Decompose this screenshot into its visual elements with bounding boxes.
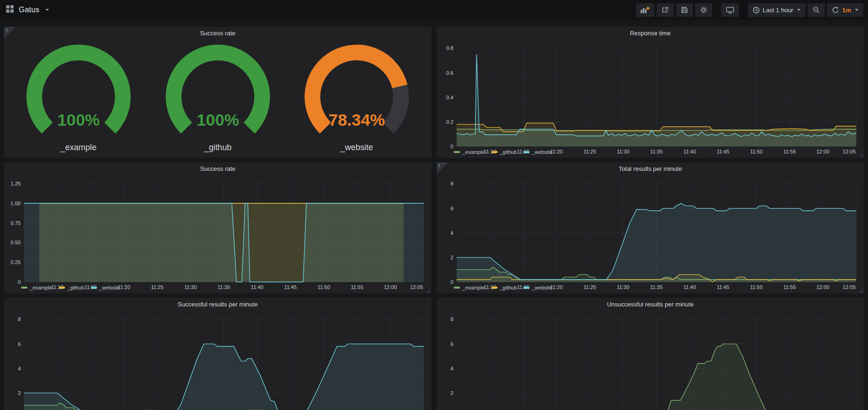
legend-item-website[interactable]: _website xyxy=(523,149,552,155)
panel-title[interactable]: Unsuccessful results per minute xyxy=(437,299,864,310)
legend-label: _website xyxy=(99,285,120,290)
total-results-chart[interactable]: 0246811:1011:1511:2011:2511:3011:3511:40… xyxy=(437,174,864,293)
legend-label: _example xyxy=(462,285,485,290)
svg-text:0.25: 0.25 xyxy=(11,259,21,265)
refresh-interval-label: 1m xyxy=(842,7,851,14)
legend-item-website[interactable]: _website xyxy=(91,285,120,290)
svg-text:6: 6 xyxy=(450,206,453,211)
svg-text:8: 8 xyxy=(450,181,453,186)
svg-text:0.75: 0.75 xyxy=(11,220,21,226)
svg-text:6: 6 xyxy=(450,341,453,347)
legend-label: _website xyxy=(532,149,552,155)
gauge-value: 100% xyxy=(57,111,100,129)
refresh-caret-icon xyxy=(855,9,859,11)
chart-plot-area[interactable]: 00.250.500.751.001.2511:1011:1511:2011:2… xyxy=(7,175,428,283)
share-button[interactable] xyxy=(657,3,674,17)
svg-text:0.50: 0.50 xyxy=(11,240,21,245)
legend-label: _example xyxy=(30,285,52,290)
gauge-website[interactable]: 78.34%_website xyxy=(287,40,426,155)
time-range-picker[interactable]: Last 1 hour xyxy=(748,3,805,17)
gauge-github[interactable]: 100%_github xyxy=(148,40,288,155)
legend-swatch xyxy=(21,287,27,289)
panel-resize-handle[interactable] xyxy=(860,153,863,157)
legend-swatch xyxy=(491,151,498,153)
panel-success-rate-graph: Success rate 00.250.500.751.001.2511:101… xyxy=(4,162,432,294)
chart-plot-area[interactable]: 0246811:1011:1511:2011:2511:3011:3511:40… xyxy=(440,175,861,283)
legend-label: _github xyxy=(500,285,517,290)
legend-label: _example xyxy=(462,149,485,155)
legend-item-website[interactable]: _website xyxy=(523,285,552,290)
share-icon xyxy=(661,6,669,14)
success-rate-chart[interactable]: 00.250.500.751.001.2511:1011:1511:2011:2… xyxy=(4,174,431,293)
panel-title[interactable]: Success rate xyxy=(4,28,431,39)
legend-item-github[interactable]: _github xyxy=(59,285,84,290)
gauge-example[interactable]: 100%_example xyxy=(9,40,148,155)
chart-legend: _example_github_website xyxy=(7,283,428,292)
svg-text:4: 4 xyxy=(18,366,21,371)
panel-successful-results: Successful results per minute 0246811:10… xyxy=(4,297,432,410)
panel-title[interactable]: Success rate xyxy=(4,164,431,174)
svg-text:0.4: 0.4 xyxy=(446,95,453,100)
zoom-out-button[interactable] xyxy=(808,3,825,17)
save-button[interactable] xyxy=(676,3,693,17)
panel-info-icon[interactable]: i xyxy=(437,162,448,174)
legend-item-example[interactable]: _example xyxy=(21,285,52,290)
panel-title[interactable]: Response time xyxy=(437,28,864,39)
svg-text:4: 4 xyxy=(450,230,453,236)
chart-legend: _example_github_website xyxy=(440,148,861,156)
legend-swatch xyxy=(454,151,460,153)
chart-plot-area[interactable]: 00.20.40.60.811:1011:1511:2011:2511:3011… xyxy=(440,40,861,148)
legend-item-example[interactable]: _example xyxy=(454,149,485,155)
panel-resize-handle[interactable] xyxy=(860,289,863,292)
panel-title[interactable]: Successful results per minute xyxy=(4,299,431,310)
svg-text:8: 8 xyxy=(450,316,453,322)
unsuccessful-results-chart[interactable]: 0246811:1011:1511:2011:2511:3011:3511:40… xyxy=(437,310,864,410)
top-navbar: Gatus xyxy=(0,0,868,20)
svg-text:1.25: 1.25 xyxy=(11,181,21,186)
response-time-chart[interactable]: 00.20.40.60.811:1011:1511:2011:2511:3011… xyxy=(437,39,864,158)
panel-resize-handle[interactable] xyxy=(427,289,430,292)
gauge-value: 78.34% xyxy=(329,111,385,129)
gauge-group: 100%_example100%_github78.34%_website xyxy=(4,39,431,158)
svg-text:8: 8 xyxy=(18,316,21,322)
panel-title[interactable]: Total results per minute xyxy=(437,164,864,174)
svg-text:6: 6 xyxy=(18,341,21,347)
gear-icon xyxy=(700,6,707,14)
panel-info-icon[interactable]: i xyxy=(4,27,16,38)
dashboard-title[interactable]: Gatus xyxy=(19,6,40,14)
svg-text:0.6: 0.6 xyxy=(446,70,453,76)
gauge-label: _website xyxy=(340,143,373,153)
legend-label: _github xyxy=(500,149,517,155)
dashboard-grid: i Success rate 100%_example100%_github78… xyxy=(0,20,868,410)
legend-item-github[interactable]: _github xyxy=(491,149,517,155)
svg-text:2: 2 xyxy=(450,390,453,396)
gauge-label: _github xyxy=(204,143,232,153)
legend-item-example[interactable]: _example xyxy=(454,285,485,290)
settings-button[interactable] xyxy=(695,3,712,17)
svg-text:0.2: 0.2 xyxy=(446,119,453,125)
svg-text:1.00: 1.00 xyxy=(11,201,21,206)
successful-results-chart[interactable]: 0246811:1011:1511:2011:2511:3011:3511:40… xyxy=(4,310,431,410)
gauge-value: 100% xyxy=(196,111,239,129)
legend-item-github[interactable]: _github xyxy=(491,285,517,290)
add-panel-button[interactable] xyxy=(636,3,654,17)
legend-label: _github xyxy=(67,285,84,290)
panel-response-time: Response time 00.20.40.60.811:1011:1511:… xyxy=(436,26,864,158)
svg-text:2: 2 xyxy=(18,390,21,396)
clock-icon xyxy=(753,7,760,14)
legend-swatch xyxy=(491,287,498,289)
chart-plot-area[interactable]: 0246811:1011:1511:2011:2511:3011:3511:40… xyxy=(440,311,861,410)
tv-mode-button[interactable] xyxy=(721,3,739,17)
refresh-button[interactable]: 1m xyxy=(827,3,863,17)
panel-unsuccessful-results: Unsuccessful results per minute 0246811:… xyxy=(436,297,864,410)
svg-text:4: 4 xyxy=(450,366,453,371)
dashboard-grid-icon[interactable] xyxy=(6,5,14,15)
chart-legend: _example_github_website xyxy=(440,283,861,292)
save-icon xyxy=(681,6,688,14)
svg-text:0.8: 0.8 xyxy=(446,45,453,51)
add-panel-icon xyxy=(641,6,650,14)
time-range-caret-icon xyxy=(797,9,801,11)
legend-swatch xyxy=(59,287,65,289)
chart-plot-area[interactable]: 0246811:1011:1511:2011:2511:3011:3511:40… xyxy=(7,311,428,410)
dashboard-caret-icon[interactable] xyxy=(45,9,49,11)
